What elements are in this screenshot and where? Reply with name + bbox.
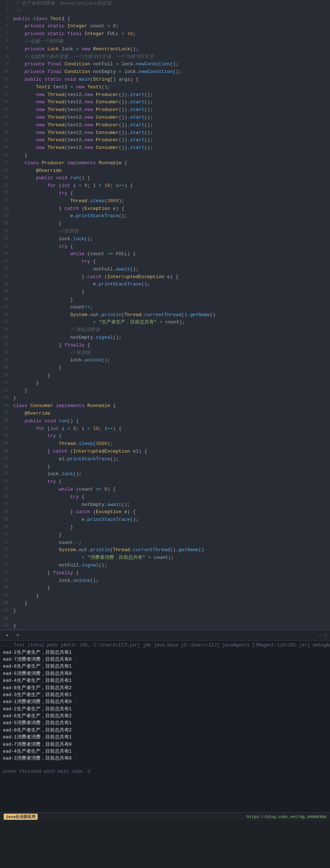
code-line: 64 try { bbox=[0, 478, 330, 486]
code-line: 78 } bbox=[0, 584, 330, 592]
terminal-output-line: ead-3消费者消费，目前总共有0 bbox=[3, 755, 327, 762]
code-line: 33 try { bbox=[0, 243, 330, 251]
code-line: 19 new Thread(test2.new Producer()).star… bbox=[0, 137, 330, 144]
code-line: 28 } catch (Exception e) { bbox=[0, 205, 330, 213]
code-line: 83 } bbox=[0, 622, 330, 630]
code-line: 67 notEmpty.await(); bbox=[0, 501, 330, 509]
terminal-output-line: ead-8生产者生产，目前总共有2 bbox=[3, 685, 327, 692]
code-line: 4 private static Integer count = 0; bbox=[0, 23, 330, 30]
code-line: 41 count++; bbox=[0, 304, 330, 311]
terminal-output-line: ead-5消费者消费，目前总共有1 bbox=[3, 720, 327, 727]
terminal-output-line: ead-1消费者消费，目前总共有1 bbox=[3, 734, 327, 741]
code-line: 76 } finally { bbox=[0, 569, 330, 577]
code-line: 27 Thread.sleep(3000); bbox=[0, 197, 330, 205]
code-line: 69 e.printStackTrace(); bbox=[0, 516, 330, 524]
terminal-body: ... Test (total path [Antlr 1OC, C:\User… bbox=[0, 641, 330, 777]
code-line: 5 private static final Integer FULL = 10… bbox=[0, 30, 330, 38]
code-line: 77 lock.unlock(); bbox=[0, 577, 330, 585]
terminal-exit-line: ocess finished with exit code -1 bbox=[3, 768, 327, 775]
code-line: 46 } finally { bbox=[0, 342, 330, 349]
code-line: 66 try { bbox=[0, 493, 330, 501]
code-line: 42 System.out.println(Thread.currentThre… bbox=[0, 311, 330, 319]
code-line: 1 * 生产者和消费者，ReentrantLock的实现 bbox=[0, 0, 330, 8]
code-line: 43 + "生产者生产，目前总共有" + count); bbox=[0, 319, 330, 326]
code-line: 71 } bbox=[0, 531, 330, 539]
code-line: 50 } bbox=[0, 372, 330, 380]
code-line: 73 System.out.println(Thread.currentThre… bbox=[0, 546, 330, 554]
terminal-output-line: ead-6生产者生产，目前总共有1 bbox=[3, 663, 327, 670]
code-line: 35 try { bbox=[0, 258, 330, 266]
code-line: 51 } bbox=[0, 380, 330, 387]
code-line: 23 @Override bbox=[0, 167, 330, 175]
terminal-controls: — □ bbox=[319, 633, 327, 638]
code-line: 63 lock.lock(); bbox=[0, 471, 330, 478]
code-line: 79 } bbox=[0, 592, 330, 600]
code-line: 16 new Thread(test2.new Consumer()).star… bbox=[0, 114, 330, 122]
code-editor: 1 * 生产者和消费者，ReentrantLock的实现 2 */ 3 publ… bbox=[0, 0, 330, 630]
minimize-icon[interactable]: — bbox=[319, 633, 322, 638]
code-line: 18 new Thread(test2.new Consumer()).star… bbox=[0, 129, 330, 137]
terminal-output-line: ead-4生产者生产，目前总共有1 bbox=[3, 677, 327, 684]
terminal-output-line: ead-1消费者消费，目前总共有0 bbox=[3, 699, 327, 706]
status-url[interactable]: https://blog.csdn.net/dg_40908300 bbox=[247, 815, 326, 819]
terminal-tab-label: ✕ × bbox=[6, 633, 19, 638]
code-line: 52 } bbox=[0, 387, 330, 395]
code-line: 29 e.printStackTrace(); bbox=[0, 212, 330, 220]
code-line: 81 } bbox=[0, 607, 330, 615]
code-line: 26 try { bbox=[0, 190, 330, 197]
maximize-icon[interactable]: □ bbox=[324, 633, 327, 638]
code-line: 7 private Lock lock = new ReentrantLock(… bbox=[0, 46, 330, 53]
code-line: 80 } bbox=[0, 600, 330, 607]
code-line: 11 public static void main(String[] args… bbox=[0, 76, 330, 84]
code-line: 56 public void run() { bbox=[0, 418, 330, 425]
code-line: 75 notFull.signal(); bbox=[0, 562, 330, 569]
code-line: 6 //创建一个锁对象 bbox=[0, 38, 330, 46]
code-line: 82 bbox=[0, 615, 330, 622]
code-line: 30 } bbox=[0, 220, 330, 228]
code-line: 62 } bbox=[0, 463, 330, 471]
code-line: 57 for (int i = 0; i < 10; i++) { bbox=[0, 425, 330, 433]
code-line: 39 } bbox=[0, 288, 330, 296]
code-line: 2 */ bbox=[0, 8, 330, 15]
terminal-output-line: ead-6生产者生产，目前总共有2 bbox=[3, 713, 327, 720]
terminal-header: ✕ × — □ bbox=[0, 630, 330, 641]
status-left: java企业级应用 bbox=[4, 814, 38, 820]
code-line: 53 } bbox=[0, 395, 330, 402]
terminal-output-line: ead-2生产者生产，目前总共有1 bbox=[3, 706, 327, 713]
code-line: 14 new Thread(test2.new Consumer()).star… bbox=[0, 99, 330, 106]
code-line: 45 notEmpty.signal(); bbox=[0, 334, 330, 342]
code-line: 20 new Thread(test2.new Consumer()).star… bbox=[0, 144, 330, 152]
code-line: 36 notFull.await(); bbox=[0, 266, 330, 273]
code-line: 60 } catch (InterruptedException e1) { bbox=[0, 448, 330, 456]
code-line: 54 class Consumer implements Runnable { bbox=[0, 402, 330, 410]
code-line: 44 //通知消费者 bbox=[0, 326, 330, 334]
terminal-output-line: ead-7消费者消费，目前总共有0 bbox=[3, 741, 327, 748]
terminal-tab[interactable]: ✕ × bbox=[3, 632, 22, 639]
status-bar: java企业级应用 https://blog.csdn.net/dg_40908… bbox=[0, 812, 330, 821]
code-line: 15 new Thread(test2.new Producer()).star… bbox=[0, 106, 330, 114]
code-line: 13 new Thread(test2.new Producer()).star… bbox=[0, 91, 330, 99]
code-line: 70 } bbox=[0, 524, 330, 531]
code-line: 47 //释放锁 bbox=[0, 349, 330, 357]
code-line: 65 while (count == 0) { bbox=[0, 486, 330, 493]
code-line: 38 e.printStackTrace(); bbox=[0, 281, 330, 288]
code-line: 8 //创建两个条件变量，一个为缓冲区非满，一个为缓冲区非空 bbox=[0, 53, 330, 61]
code-line: 55 @Override bbox=[0, 410, 330, 418]
code-line: 32 lock.lock(); bbox=[0, 235, 330, 243]
terminal-output-line: ead-0生产者生产，目前总共有2 bbox=[3, 727, 327, 734]
code-line: 24 public void run() { bbox=[0, 174, 330, 182]
code-line: 68 } catch (Exception e) { bbox=[0, 508, 330, 516]
code-line: 74 + "消费者消费，目前总共有" + count); bbox=[0, 554, 330, 562]
code-line: 21 } bbox=[0, 152, 330, 160]
java-badge: java企业级应用 bbox=[4, 814, 38, 820]
code-line: 3 public class Test1 { bbox=[0, 15, 330, 23]
code-line: 22 class Producer implements Runnable { bbox=[0, 160, 330, 167]
code-line: 37 } catch (InterruptedException e) { bbox=[0, 273, 330, 281]
terminal-output-line: ead-3生产者生产，目前总共有1 bbox=[3, 692, 327, 699]
code-line: 9 private final Condition notFull = lock… bbox=[0, 61, 330, 68]
code-line: 10 private final Condition notEmpty = lo… bbox=[0, 68, 330, 76]
code-line: 61 e1.printStackTrace(); bbox=[0, 456, 330, 463]
code-line: 48 lock.unlock(); bbox=[0, 357, 330, 364]
code-line: 72 count--; bbox=[0, 539, 330, 547]
code-line: 12 Test1 test2 = new Test1(); bbox=[0, 84, 330, 91]
